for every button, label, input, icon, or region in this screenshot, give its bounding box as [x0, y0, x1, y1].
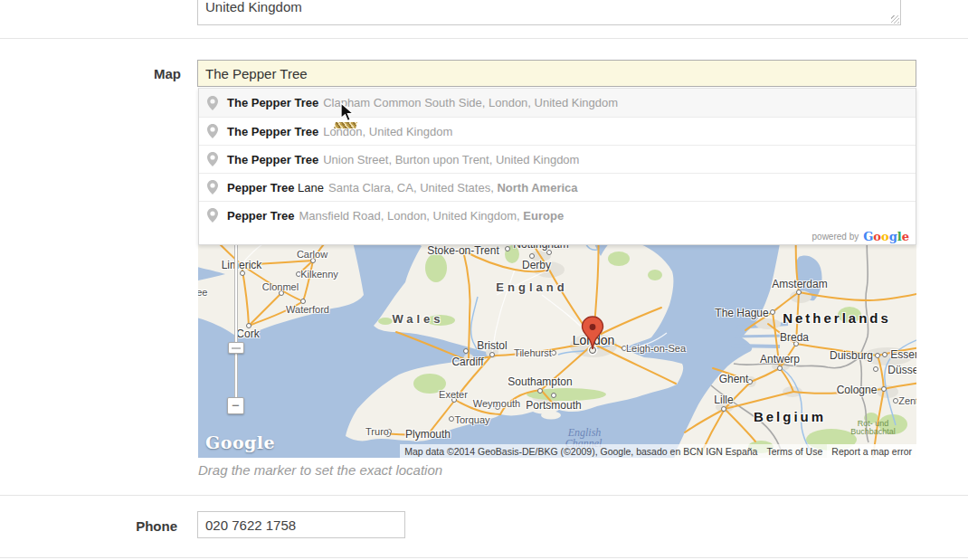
zoom-slider-track[interactable] — [234, 232, 238, 402]
divider — [0, 495, 968, 496]
map-label: Essen — [890, 348, 916, 361]
suggestion-main-text: Pepper Tree — [227, 181, 294, 195]
map-label: Exeter — [439, 389, 468, 400]
map-search-input[interactable] — [197, 60, 916, 87]
suggestion-main-text: The Pepper Tree — [227, 153, 318, 166]
divider — [0, 38, 968, 39]
map-label: Tilehurst — [514, 347, 552, 358]
map-label: Weymouth — [473, 398, 520, 409]
zoom-slider-knob[interactable] — [228, 342, 244, 354]
powered-by-google: powered by Google — [199, 229, 916, 244]
map-label: Clonmel — [262, 281, 299, 292]
map-label: Cardiff — [451, 356, 483, 368]
city-dot — [505, 246, 510, 252]
city-dot — [873, 366, 878, 372]
city-dot — [449, 416, 454, 422]
phone-field-label: Phone — [69, 518, 177, 534]
map-label: Stoke-on-Trent — [427, 244, 499, 257]
map-label: Portsmouth — [526, 399, 581, 412]
map-label: Cologne — [837, 384, 878, 396]
suggestion-main-text: Pepper Tree — [227, 209, 294, 223]
map-label: Wales — [392, 312, 443, 326]
map-label: Leigh-on-Sea — [626, 343, 686, 354]
city-dot — [551, 393, 556, 398]
google-watermark: Google — [205, 432, 275, 452]
autocomplete-suggestion[interactable]: Pepper Tree Lane Santa Clara, CA, United… — [199, 173, 916, 201]
map-label: Duisburg — [830, 349, 873, 362]
suggestion-secondary-text: Mansfield Road, London, United Kingdom, — [299, 209, 523, 223]
map-label: Ghent — [719, 373, 749, 385]
map-label: Antwerp — [760, 353, 800, 365]
city-dot — [881, 386, 887, 392]
suggestion-main-text: The Pepper Tree — [227, 125, 318, 138]
map-label: Truro — [365, 426, 389, 437]
attribution-text: Map data ©2014 GeoBasis-DE/BKG (©2009), … — [400, 444, 762, 458]
suggestion-secondary-text: Union Street, Burton upon Trent, United … — [323, 153, 579, 166]
terms-of-use-link[interactable]: Terms of Use — [762, 444, 827, 458]
map-label: Derby — [522, 259, 551, 271]
map-label: Tralee — [198, 287, 207, 298]
city-dot — [882, 352, 887, 357]
places-autocomplete-dropdown: The Pepper Tree Clapham Common South Sid… — [198, 88, 916, 245]
google-logo: Google — [863, 230, 909, 243]
map-label: Belgium — [754, 409, 826, 424]
map-label: The Hague — [715, 307, 768, 319]
map-label: Carlow — [297, 249, 327, 260]
map-label: Amsterdam — [772, 278, 827, 290]
suggestion-main-text: The Pepper Tree — [227, 96, 318, 109]
suggestion-secondary-text: Santa Clara, CA, United States, — [328, 181, 497, 195]
map-attribution: Map data ©2014 GeoBasis-DE/BKG (©2009), … — [400, 444, 916, 458]
powered-by-text: powered by — [812, 232, 859, 242]
map-label: Düsseldorf — [887, 364, 916, 376]
map-label: Southampton — [508, 375, 572, 388]
map-marker[interactable] — [579, 316, 606, 352]
map-label: Zentr — [898, 395, 916, 406]
autocomplete-suggestion[interactable]: The Pepper Tree Union Street, Burton upo… — [199, 145, 916, 173]
address-textarea[interactable]: United Kingdom — [197, 0, 901, 25]
autocomplete-suggestion[interactable]: The Pepper Tree Clapham Common South Sid… — [199, 89, 916, 117]
place-pin-icon — [207, 96, 218, 110]
city-dot — [770, 309, 775, 315]
map-label: Torquay — [454, 414, 489, 425]
city-dot — [893, 398, 898, 403]
suggestion-secondary-bold: Europe — [523, 209, 564, 223]
place-pin-icon — [207, 124, 218, 138]
suggestion-secondary-bold: North America — [497, 181, 577, 195]
textarea-resize-grip[interactable] — [891, 15, 899, 24]
map-label: Buchbachtal — [850, 427, 896, 436]
place-pin-icon — [207, 180, 218, 195]
drag-marker-hint: Drag the marker to set the exact locatio… — [198, 462, 442, 478]
map-label: Lille — [714, 394, 733, 406]
city-dot — [875, 353, 880, 358]
map-label: Waterford — [286, 304, 329, 315]
map-label: Plymouth — [405, 428, 451, 441]
autocomplete-suggestion[interactable]: Pepper Tree Mansfield Road, London, Unit… — [199, 201, 916, 229]
map-label: Kilkenny — [300, 269, 338, 280]
map-label: Netherlands — [783, 310, 891, 326]
autocomplete-suggestion[interactable]: The Pepper Tree London, United Kingdom — [199, 117, 916, 145]
city-dot — [489, 352, 495, 357]
report-map-error-link[interactable]: Report a map error — [827, 444, 916, 458]
city-dot — [537, 388, 543, 394]
zoom-out-button[interactable]: − — [227, 397, 244, 414]
place-pin-icon — [207, 208, 218, 223]
place-pin-icon — [207, 152, 218, 166]
map-canvas — [198, 232, 916, 458]
map-label: Limerick — [222, 259, 262, 271]
map-label: Bristol — [477, 339, 507, 352]
city-dot — [463, 348, 469, 354]
map-label: England — [496, 280, 567, 294]
map-label: Cork — [236, 327, 259, 340]
google-map[interactable]: TraleeLimerickCarlowKilkennyClonmelWater… — [198, 232, 916, 458]
map-label: Breda — [780, 331, 809, 344]
phone-input[interactable] — [197, 511, 405, 538]
city-dot — [721, 406, 726, 412]
map-field-label: Map — [72, 66, 181, 81]
suggestion-secondary-text: Clapham Common South Side, London, Unite… — [323, 96, 618, 109]
city-dot — [777, 365, 783, 371]
suggestion-secondary-text: London, United Kingdom — [323, 125, 452, 138]
suggestion-main-rest: Lane — [294, 181, 324, 195]
divider — [0, 557, 968, 558]
